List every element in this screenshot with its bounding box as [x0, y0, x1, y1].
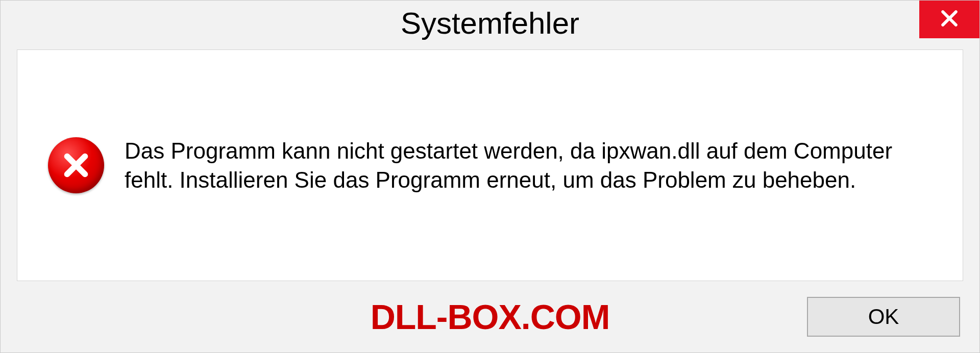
error-circle-x-icon — [48, 137, 104, 193]
message-panel: Das Programm kann nicht gestartet werden… — [17, 49, 963, 281]
button-bar: DLL-BOX.COM OK — [1, 281, 979, 352]
ok-button[interactable]: OK — [807, 297, 960, 337]
titlebar: Systemfehler — [1, 1, 979, 49]
close-button[interactable] — [919, 1, 979, 38]
watermark-text: DLL-BOX.COM — [371, 297, 610, 337]
error-message: Das Programm kann nicht gestartet werden… — [125, 136, 932, 194]
dialog-title: Systemfehler — [401, 6, 579, 41]
error-icon-wrap — [48, 137, 104, 193]
system-error-dialog: Systemfehler Das Programm kann nicht ges… — [0, 0, 980, 353]
close-icon — [938, 7, 961, 32]
